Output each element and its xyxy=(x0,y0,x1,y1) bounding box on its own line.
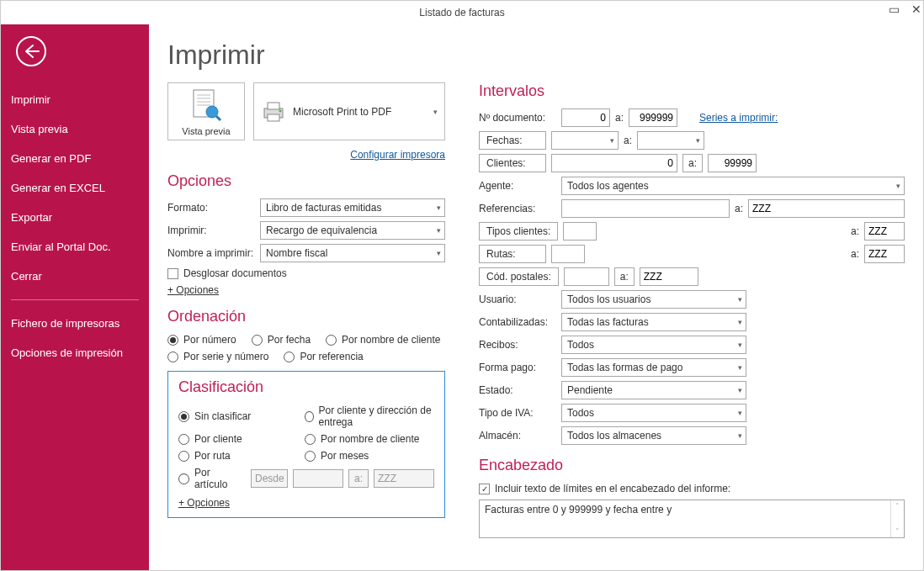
radio-por-cliente[interactable]: Por cliente xyxy=(178,433,305,445)
encabezado-heading: Encabezado xyxy=(479,457,905,474)
tipoiva-label: Tipo de IVA: xyxy=(479,407,556,419)
svg-line-6 xyxy=(216,116,220,120)
configure-printer-link[interactable]: Configurar impresora xyxy=(167,149,445,161)
desde-label-field xyxy=(251,469,288,488)
forma-label: Forma pago: xyxy=(479,362,556,373)
printer-icon xyxy=(261,100,286,124)
ndoc-to[interactable] xyxy=(629,108,677,127)
agente-combo[interactable]: Todos los agentes▾ xyxy=(561,177,905,195)
incluir-checkbox[interactable]: ✓ xyxy=(479,484,490,494)
sidebar-separator xyxy=(11,299,139,300)
svg-point-10 xyxy=(279,109,282,112)
rutas-button[interactable]: Rutas: xyxy=(479,245,546,263)
back-button[interactable] xyxy=(16,36,46,66)
main-panel: Imprimir Vista previa xyxy=(149,24,923,570)
radio-por-serie[interactable]: Por serie y número xyxy=(167,351,268,362)
scrollbar[interactable]: ˄˅ xyxy=(890,500,904,537)
ndoc-label: Nº documento: xyxy=(479,112,556,124)
sidebar-item-exportar[interactable]: Exportar xyxy=(1,203,149,232)
close-icon[interactable]: ✕ xyxy=(911,3,921,16)
nombre-combo[interactable]: Nombre fiscal▾ xyxy=(260,244,445,262)
window-title: Listado de facturas xyxy=(419,7,504,19)
radio-por-nombre[interactable]: Por nombre de cliente xyxy=(326,334,440,346)
incluir-label: Incluir texto de límites en el encabezad… xyxy=(495,483,730,494)
clasificacion-heading: Clasificación xyxy=(178,378,434,396)
almacen-combo[interactable]: Todos los almacenes▾ xyxy=(561,426,746,445)
clasificacion-box: Clasificación Sin clasificar Por cliente… xyxy=(167,371,445,518)
formato-combo[interactable]: Libro de facturas emitidas▾ xyxy=(260,198,445,217)
usuario-combo[interactable]: Todos los usuarios▾ xyxy=(561,290,746,309)
sidebar-item-cerrar[interactable]: Cerrar xyxy=(1,262,149,291)
clas-mas-opciones[interactable]: + Opciones xyxy=(178,497,230,509)
agente-label: Agente: xyxy=(479,180,556,192)
cod-button[interactable]: Cód. postales: xyxy=(479,267,559,286)
sidebar-item-opciones[interactable]: Opciones de impresión xyxy=(1,338,149,367)
clientes-a-button[interactable]: a: xyxy=(682,154,703,172)
desglosar-checkbox[interactable] xyxy=(167,268,178,279)
fecha-to-combo[interactable]: ▾ xyxy=(637,131,704,150)
tipos-to[interactable] xyxy=(864,222,905,241)
tipos-button[interactable]: Tipos clientes: xyxy=(479,222,558,241)
svg-rect-9 xyxy=(268,114,279,121)
titlebar: Listado de facturas ▭ ✕ xyxy=(1,1,923,24)
desde-input[interactable] xyxy=(293,469,343,488)
cod-from[interactable] xyxy=(564,267,609,286)
cod-a-button[interactable]: a: xyxy=(614,267,635,286)
encabezado-textarea[interactable]: Facturas entre 0 y 999999 y fecha entre … xyxy=(479,500,905,538)
rutas-from[interactable] xyxy=(551,245,585,263)
radio-sin-clasificar[interactable]: Sin clasificar xyxy=(178,404,305,428)
nombre-label: Nombre a imprimir: xyxy=(167,247,260,259)
fechas-button[interactable]: Fechas: xyxy=(479,131,546,150)
ref-to[interactable] xyxy=(748,199,905,218)
sidebar-item-portal[interactable]: Enviar al Portal Doc. xyxy=(1,232,149,262)
a-label-field xyxy=(348,469,369,488)
radio-por-referencia[interactable]: Por referencia xyxy=(284,351,363,362)
radio-por-articulo[interactable]: Por artículo xyxy=(178,467,246,490)
tipos-from[interactable] xyxy=(563,222,597,241)
radio-por-fecha[interactable]: Por fecha xyxy=(252,334,311,346)
forma-combo[interactable]: Todas las formas de pago▾ xyxy=(561,358,746,377)
scroll-down-icon[interactable]: ˅ xyxy=(895,527,900,536)
estado-label: Estado: xyxy=(479,384,556,396)
sidebar-item-vista-previa[interactable]: Vista previa xyxy=(1,114,149,144)
recibos-label: Recibos: xyxy=(479,339,556,351)
sidebar-item-pdf[interactable]: Generar en PDF xyxy=(1,144,149,173)
printer-selector[interactable]: Microsoft Print to PDF ▾ xyxy=(253,82,445,140)
radio-por-numero[interactable]: Por número xyxy=(167,334,236,346)
sidebar-item-fichero[interactable]: Fichero de impresoras xyxy=(1,309,149,338)
imprimir-combo[interactable]: Recargo de equivalencia▾ xyxy=(260,221,445,240)
maximize-icon[interactable]: ▭ xyxy=(889,3,900,16)
hasta-input[interactable] xyxy=(374,469,434,488)
ndoc-from[interactable] xyxy=(561,108,610,127)
tipoiva-combo[interactable]: Todos▾ xyxy=(561,404,746,422)
clientes-to[interactable] xyxy=(708,154,757,172)
ref-label: Referencias: xyxy=(479,203,556,214)
ref-from[interactable] xyxy=(561,199,730,218)
chevron-down-icon: ▾ xyxy=(437,204,441,212)
clientes-button[interactable]: Clientes: xyxy=(479,154,546,172)
mas-opciones-link[interactable]: + Opciones xyxy=(167,284,219,296)
ordenacion-heading: Ordenación xyxy=(167,308,445,325)
clientes-from[interactable] xyxy=(551,154,677,172)
document-preview-icon xyxy=(189,88,224,122)
contab-combo[interactable]: Todas las facturas▾ xyxy=(561,313,746,331)
chevron-down-icon: ▾ xyxy=(437,249,441,257)
scroll-up-icon[interactable]: ˄ xyxy=(895,502,900,510)
radio-por-meses[interactable]: Por meses xyxy=(305,450,434,462)
sidebar-item-imprimir[interactable]: Imprimir xyxy=(1,85,149,114)
recibos-combo[interactable]: Todos▾ xyxy=(561,336,746,354)
desglosar-label: Desglosar documentos xyxy=(183,267,287,279)
estado-combo[interactable]: Pendiente▾ xyxy=(561,381,746,399)
cod-to[interactable] xyxy=(640,267,698,286)
preview-button[interactable]: Vista previa xyxy=(167,82,245,140)
fecha-from-combo[interactable]: ▾ xyxy=(551,131,619,150)
formato-label: Formato: xyxy=(167,202,260,214)
svg-point-5 xyxy=(206,106,218,118)
sidebar-item-excel[interactable]: Generar en EXCEL xyxy=(1,173,149,203)
rutas-to[interactable] xyxy=(864,245,905,263)
radio-clas-nombre[interactable]: Por nombre de cliente xyxy=(305,433,434,445)
svg-rect-8 xyxy=(268,103,279,109)
radio-cliente-direccion[interactable]: Por cliente y dirección de entrega xyxy=(305,404,434,428)
series-link[interactable]: Series a imprimir: xyxy=(699,112,778,124)
radio-por-ruta[interactable]: Por ruta xyxy=(178,450,305,462)
